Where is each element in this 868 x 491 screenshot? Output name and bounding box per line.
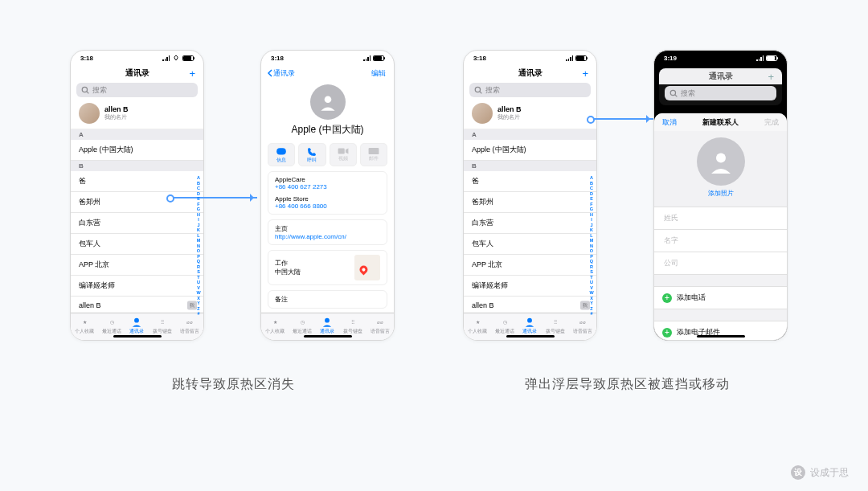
add-contact-button[interactable]: + — [582, 68, 588, 80]
tab-recents[interactable]: ◷最近通话 — [293, 317, 312, 334]
svg-point-11 — [670, 90, 675, 95]
company-field[interactable]: 公司 — [654, 252, 787, 275]
svg-rect-6 — [368, 148, 379, 154]
section-header: A — [71, 129, 203, 140]
contact-row[interactable]: 包车人 — [464, 234, 596, 255]
add-contact-button[interactable]: + — [189, 68, 195, 80]
svg-point-0 — [82, 87, 87, 92]
nav-bar: 通讯录 + — [71, 65, 203, 81]
tab-voicemail[interactable]: ⌀⌀语音留言 — [371, 317, 390, 334]
search-placeholder: 搜索 — [92, 85, 107, 96]
svg-point-7 — [326, 318, 330, 323]
arrow-navigate — [169, 197, 257, 198]
add-phone-button[interactable]: +添加电话 — [654, 286, 787, 309]
tab-keypad[interactable]: ⠿拨号键盘 — [343, 317, 362, 334]
message-icon — [276, 147, 287, 157]
page-title: 通讯录 — [125, 68, 149, 79]
firstname-field[interactable]: 名字 — [654, 229, 787, 252]
phone-number[interactable]: +86 400 627 2273 — [275, 183, 380, 190]
me-card[interactable]: allen B我的名片 — [464, 99, 596, 129]
arrow-sheet — [589, 118, 653, 120]
notes-card[interactable]: 备注 — [268, 290, 387, 309]
video-icon — [338, 147, 349, 155]
background-card: 通讯录+ 搜索 — [659, 68, 782, 105]
star-icon: ★ — [79, 317, 90, 328]
svg-rect-5 — [338, 149, 344, 154]
search-input[interactable]: 搜索 — [76, 83, 198, 97]
message-button[interactable]: 信息 — [268, 143, 295, 166]
tab-contacts[interactable]: 通讯录 — [129, 317, 144, 334]
search-input[interactable]: 搜索 — [469, 83, 591, 97]
add-photo-button[interactable]: 添加照片 — [708, 189, 734, 198]
avatar-placeholder-icon — [310, 84, 346, 120]
tab-favorites[interactable]: ★个人收藏 — [265, 317, 285, 334]
status-time: 3:18 — [271, 55, 284, 62]
tab-recents[interactable]: ◷最近通话 — [102, 317, 121, 334]
home-indicator[interactable] — [304, 335, 352, 338]
me-name: allen B — [104, 105, 129, 113]
svg-point-2 — [135, 318, 140, 323]
home-indicator[interactable] — [113, 335, 162, 338]
contact-name: Apple (中国大陆) — [291, 123, 363, 137]
contact-row[interactable]: 编译姬老师 — [464, 276, 596, 297]
alpha-index[interactable]: ABCDEFGHIJKLMNOPQRSTUVWXYZ# — [195, 175, 202, 317]
phone-card[interactable]: AppleCare +86 400 627 2273 Apple Store +… — [268, 171, 387, 215]
back-button[interactable]: 通讯录 — [268, 68, 295, 79]
svg-rect-4 — [276, 148, 286, 154]
svg-point-3 — [324, 96, 331, 103]
me-card[interactable]: allen B我的名片 — [71, 99, 203, 129]
phone-icon — [307, 147, 317, 157]
address-card[interactable]: 工作 中国大陆 — [268, 250, 387, 285]
edit-button[interactable]: 编辑 — [371, 68, 386, 79]
contact-row[interactable]: Apple (中国大陆) — [71, 140, 203, 161]
status-bar: 3:18 — [261, 51, 394, 65]
tab-keypad[interactable]: ⠿拨号键盘 — [153, 317, 172, 334]
svg-point-13 — [716, 153, 726, 163]
contact-row[interactable]: 包车人 — [71, 234, 203, 255]
map-pin-icon — [358, 264, 369, 275]
tab-contacts[interactable]: 通讯录 — [320, 317, 334, 334]
contact-row[interactable]: 白东营 — [71, 213, 203, 234]
call-button[interactable]: 呼叫 — [298, 143, 326, 166]
plus-icon: + — [662, 328, 672, 338]
keypad-icon: ⠿ — [157, 317, 168, 328]
contact-row[interactable]: 爸郑州 — [464, 192, 596, 213]
person-icon — [131, 317, 142, 328]
lastname-field[interactable]: 姓氏 — [654, 207, 787, 230]
contact-row[interactable]: 爸郑州 — [71, 192, 203, 213]
sheet-nav: 取消 新建联系人 完成 — [654, 113, 787, 131]
contact-header: Apple (中国大陆) — [261, 81, 394, 143]
phone-number[interactable]: +86 400 666 8800 — [275, 203, 380, 210]
mail-button[interactable]: 邮件 — [360, 143, 387, 166]
plus-icon: + — [662, 293, 672, 303]
cancel-button[interactable]: 取消 — [662, 117, 677, 128]
phone-contacts-list-2: 3:18 通讯录+ 搜索 allen B我的名片 A Apple (中国大陆) … — [463, 50, 597, 341]
contact-row[interactable]: APP 北京 — [464, 255, 596, 276]
contact-row[interactable]: 爸 — [464, 171, 596, 192]
map-thumbnail[interactable] — [354, 255, 380, 280]
tab-voicemail[interactable]: ⌀⌀语音留言 — [180, 317, 199, 334]
alpha-index[interactable]: ABCDEFGHIJKLMNOPQRSTUVWXYZ# — [588, 175, 595, 317]
section-header: B — [71, 161, 203, 171]
avatar-placeholder-icon[interactable] — [697, 137, 745, 186]
contact-row[interactable]: 白东营 — [464, 213, 596, 234]
watermark-icon: 设 — [791, 465, 805, 480]
nav-bar: 通讯录 编辑 — [261, 65, 394, 81]
contact-row[interactable]: Apple (中国大陆) — [464, 140, 596, 161]
contact-row[interactable]: 爸 — [71, 171, 203, 192]
homepage-link[interactable]: http://www.apple.com/cn/ — [275, 233, 380, 240]
action-row: 信息 呼叫 视频 邮件 — [261, 143, 394, 166]
contact-row[interactable]: APP 北京 — [71, 255, 203, 276]
contact-row[interactable]: 编译姬老师 — [71, 276, 203, 297]
clock-icon: ◷ — [106, 317, 117, 328]
done-button[interactable]: 完成 — [764, 117, 779, 128]
video-button[interactable]: 视频 — [330, 143, 357, 166]
chevron-left-icon — [268, 69, 272, 77]
phone-contact-detail: 3:18 通讯录 编辑 Apple (中国大陆) 信息 呼叫 视频 邮件 App… — [260, 50, 395, 341]
url-card[interactable]: 主页 http://www.apple.com/cn/ — [268, 219, 387, 245]
search-icon — [81, 86, 89, 94]
tab-favorites[interactable]: ★个人收藏 — [75, 317, 94, 334]
sheet-title: 新建联系人 — [702, 117, 739, 128]
svg-line-1 — [87, 92, 89, 94]
status-time: 3:18 — [80, 55, 93, 62]
